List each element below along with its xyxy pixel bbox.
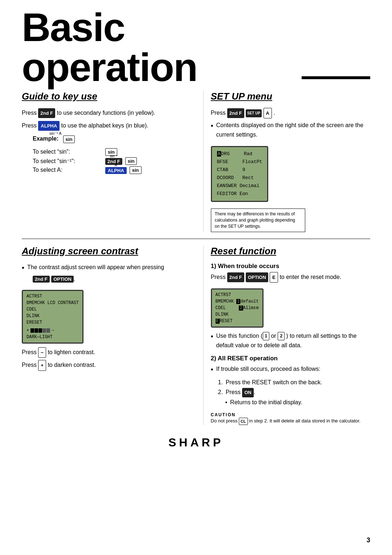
press-minus-row: Press − to lighten contrast.: [22, 347, 181, 358]
press-plus-row: Press + to darken contrast.: [22, 360, 181, 370]
contrast-title: Adjusting screen contrast: [22, 246, 181, 257]
key-2ndf-reset[interactable]: 2nd F: [227, 272, 244, 282]
key-a-setup[interactable]: A: [264, 108, 272, 118]
clcd-row-1: ACTRST: [26, 293, 79, 300]
reset-bullet2: • If trouble still occurs, proceed as fo…: [211, 364, 371, 374]
clcd-bar: + −: [26, 327, 79, 334]
setup-lcd: ADRG Rad BFSE FloatPt CTAB 9 DCOORD Rect…: [211, 146, 269, 202]
a-super: A: [115, 163, 117, 167]
contrast-lcd: ACTRST BMEMCHK LCD CONTRAST CDEL DLINK E…: [22, 290, 83, 344]
key-minus[interactable]: −: [38, 347, 46, 358]
superscript-sin-a: sin⁻¹ A: [49, 131, 62, 136]
title-underline: [302, 76, 370, 79]
lcd-row-5: EANSWER Decimal: [217, 182, 262, 190]
caution-title: CAUTION: [211, 412, 371, 417]
key-sin-example[interactable]: sin: [63, 135, 75, 143]
setup-section-title: SET UP menu: [211, 91, 371, 102]
key-cl[interactable]: CL: [239, 418, 248, 425]
step2: 2. Press ON.: [218, 387, 371, 397]
page-container: Basic operation Guide to key use Press 2…: [0, 0, 392, 555]
setup-section: SET UP menu Press 2nd F SET UP A . • Con…: [203, 91, 371, 232]
setup-press-row: Press 2nd F SET UP A .: [211, 108, 371, 118]
rlcd-row-2: BMEMCHK 1default: [216, 298, 259, 305]
lcd-row-1: ADRG Rad: [217, 150, 262, 158]
key-2ndf-setup[interactable]: 2nd F: [227, 108, 244, 118]
reset-section: Reset function 1) When trouble occurs Pr…: [203, 246, 371, 425]
press-alpha-row: Press ALPHA to use the alphabet keys (in…: [22, 121, 181, 131]
key-e-reset[interactable]: E: [270, 272, 278, 283]
sharp-logo-text: SHARP: [168, 436, 224, 449]
top-section: Guide to key use Press 2nd F to use seco…: [22, 91, 370, 232]
key-2ndf-contrast[interactable]: 2nd F: [33, 276, 50, 283]
step1: 1. Press the RESET switch on the back.: [218, 377, 371, 387]
key-2-reset[interactable]: 2: [278, 332, 285, 340]
key-1-reset[interactable]: 1: [263, 332, 270, 340]
key-sin-inv[interactable]: sin: [125, 157, 137, 165]
key-on[interactable]: ON: [242, 388, 254, 397]
caution-block: CAUTION Do not press CL in step 2. It wi…: [211, 412, 371, 425]
rlcd-row-1: ACTRST: [216, 292, 259, 298]
lcd-row-6: FEDITOR Eαn: [217, 190, 262, 198]
lcd-row-3: CTAB 9: [217, 166, 262, 174]
guide-section-title: Guide to key use: [22, 91, 181, 102]
sin-row: To select “sin”: sin: [33, 148, 181, 156]
guide-section: Guide to key use Press 2nd F to use seco…: [22, 91, 189, 232]
section-divider: [22, 239, 370, 239]
key-option-reset[interactable]: OPTION: [246, 272, 268, 282]
rlcd-row-4: DLINK: [216, 311, 259, 318]
sharp-logo: SHARP: [22, 436, 370, 449]
clcd-row-2: BMEMCHK LCD CONTRAST: [26, 300, 79, 306]
lcd-row-4: DCOORD Rect: [217, 174, 262, 182]
key-2ndf-guide[interactable]: 2nd F: [38, 108, 55, 118]
example-block: sin⁻¹ A Example: sin To select “sin”: si…: [33, 135, 181, 174]
reset-sub1: 1) When trouble occurs: [211, 263, 371, 270]
key-2ndf-sin[interactable]: 2nd F: [105, 158, 122, 165]
setup-bullet: • Contents displayed on the right side o…: [211, 121, 371, 139]
reset-title: Reset function: [211, 246, 371, 257]
clcd-darklight: DARK↔LIGHT: [26, 334, 79, 340]
clcd-row-5: ERESET: [26, 319, 79, 326]
rlcd-row-3: CDEL 2Allmεm: [216, 305, 259, 311]
key-sin-a[interactable]: sin: [130, 166, 142, 174]
reset-press-row: Press 2nd F OPTION E to enter the reset …: [211, 272, 371, 283]
contrast-bullet: • The contrast adjust screen will appear…: [22, 263, 181, 273]
select-a-row: To select A: A ALPHA sin: [33, 166, 181, 174]
press-2ndf-row: Press 2nd F to use secondary functions (…: [22, 108, 181, 118]
clcd-row-3: CDEL: [26, 306, 79, 313]
key-option[interactable]: OPTION: [51, 276, 74, 283]
step3: • Returns to the initial display.: [225, 397, 371, 407]
key-alpha-sin[interactable]: ALPHA: [105, 167, 127, 174]
page-number: 3: [367, 536, 370, 544]
sin-inv-super: sin⁻¹: [110, 154, 118, 158]
example-label: Example:: [33, 135, 58, 142]
contrast-key-row: 2nd F OPTION.: [33, 276, 181, 283]
sin-inv-row: To select "sin⁻¹": sin⁻¹ 2nd F sin: [33, 157, 181, 165]
page-title: Basic operation: [22, 0, 370, 91]
reset-sub2: 2) All RESET operation: [211, 355, 371, 362]
key-plus[interactable]: +: [38, 360, 46, 370]
rlcd-row-5: ERESET: [216, 318, 259, 324]
bottom-section: Adjusting screen contrast • The contrast…: [22, 246, 370, 425]
note-box: There may be differences in the results …: [211, 208, 305, 232]
reset-bullet1: • Use this function (1 or 2 ) to return …: [211, 331, 371, 350]
key-alpha[interactable]: ALPHA: [38, 121, 60, 131]
clcd-row-4: DLINK: [26, 313, 79, 319]
lcd-row-2: BFSE FloatPt: [217, 158, 262, 166]
key-setup[interactable]: SET UP: [246, 109, 262, 117]
caution-text: Do not press CL in step 2. It will delet…: [211, 417, 371, 425]
contrast-section: Adjusting screen contrast • The contrast…: [22, 246, 189, 425]
reset-lcd: ACTRST BMEMCHK 1default CDEL 2Allmεm DLI…: [211, 288, 264, 328]
numbered-list: 1. Press the RESET switch on the back. 2…: [218, 377, 371, 407]
